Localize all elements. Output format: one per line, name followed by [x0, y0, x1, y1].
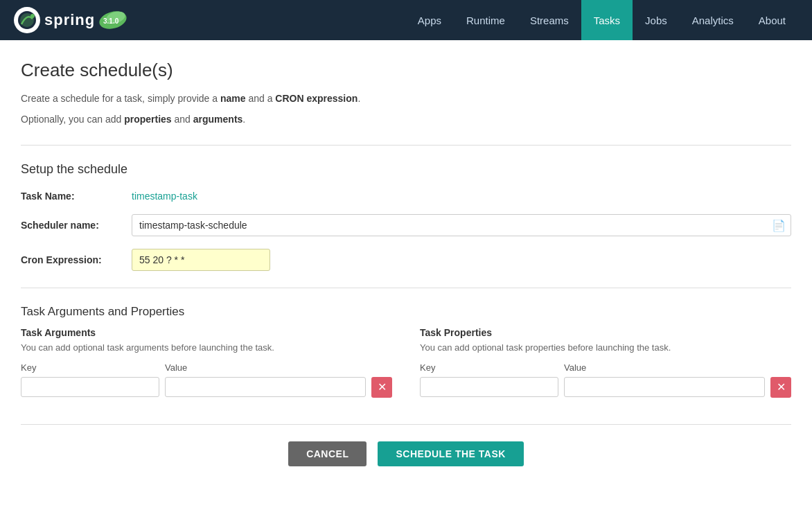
props-kv-header: Key Value	[420, 362, 791, 373]
nav-item-jobs[interactable]: Jobs	[633, 0, 680, 40]
footer-actions: CANCEL SCHEDULE THE TASK	[21, 424, 791, 483]
args-val-input-1[interactable]	[165, 377, 366, 397]
cron-expression-field	[132, 249, 791, 271]
args-kv-header: Key Value	[21, 362, 392, 373]
task-properties-section: Task Properties You can add optional tas…	[420, 327, 791, 403]
cron-expression-input[interactable]	[132, 249, 270, 271]
page-title: Create schedule(s)	[21, 60, 791, 81]
svg-text:3.1.0: 3.1.0	[103, 17, 119, 25]
divider-2	[21, 288, 791, 288]
task-name-row: Task Name: timestamp-task	[21, 191, 791, 202]
intro-line2: Optionally, you can add properties and a…	[21, 112, 791, 128]
nav-item-streams[interactable]: Streams	[518, 0, 581, 40]
cron-label: Cron Expression:	[21, 254, 132, 265]
nav-item-about[interactable]: About	[746, 0, 798, 40]
scheduler-name-row: Scheduler name: 📄	[21, 214, 791, 236]
args-val-header: Value	[165, 362, 392, 373]
scheduler-name-field: 📄	[132, 214, 791, 236]
scheduler-name-input[interactable]	[132, 214, 791, 236]
logo: spring 3.1.0	[14, 7, 128, 33]
cron-expression-row: Cron Expression:	[21, 249, 791, 271]
cancel-button[interactable]: CANCEL	[288, 441, 367, 466]
logo-text: spring	[44, 11, 95, 29]
nav-item-tasks[interactable]: Tasks	[581, 0, 633, 40]
props-section-title: Task Properties	[420, 327, 791, 338]
props-val-input-1[interactable]	[564, 377, 765, 397]
intro-line1: Create a schedule for a task, simply pro…	[21, 91, 791, 107]
page-content: Create schedule(s) Create a schedule for…	[0, 40, 812, 483]
task-name-value[interactable]: timestamp-task	[132, 191, 197, 202]
args-delete-button-1[interactable]: ✕	[371, 377, 392, 398]
props-key-input-1[interactable]	[420, 377, 558, 397]
props-key-header: Key	[420, 362, 558, 373]
scheduler-name-label: Scheduler name:	[21, 220, 132, 231]
nav-items: Apps Runtime Streams Tasks Jobs Analytic…	[405, 0, 798, 40]
svg-point-2	[30, 14, 35, 18]
args-props-container: Task Arguments You can add optional task…	[21, 327, 791, 403]
args-key-header: Key	[21, 362, 159, 373]
args-section-desc: You can add optional task arguments befo…	[21, 342, 392, 353]
args-props-title: Task Arguments and Properties	[21, 305, 791, 319]
calendar-icon: 📄	[772, 218, 786, 231]
task-arguments-section: Task Arguments You can add optional task…	[21, 327, 392, 403]
nav-item-runtime[interactable]: Runtime	[454, 0, 518, 40]
props-row-1: ✕	[420, 377, 791, 398]
divider-1	[21, 145, 791, 146]
args-row-1: ✕	[21, 377, 392, 398]
logo-icon	[14, 7, 40, 33]
props-section-desc: You can add optional task properties bef…	[420, 342, 791, 353]
section-title-schedule: Setup the schedule	[21, 162, 791, 177]
leaf-icon: 3.1.0	[98, 10, 128, 30]
navbar: spring 3.1.0 Apps Runtime Streams Tasks …	[0, 0, 812, 40]
props-delete-button-1[interactable]: ✕	[770, 377, 791, 398]
nav-item-apps[interactable]: Apps	[405, 0, 454, 40]
args-section-title: Task Arguments	[21, 327, 392, 338]
schedule-button[interactable]: SCHEDULE THE TASK	[378, 441, 523, 466]
props-val-header: Value	[564, 362, 791, 373]
nav-item-analytics[interactable]: Analytics	[680, 0, 746, 40]
task-name-label: Task Name:	[21, 191, 132, 202]
args-key-input-1[interactable]	[21, 377, 159, 397]
